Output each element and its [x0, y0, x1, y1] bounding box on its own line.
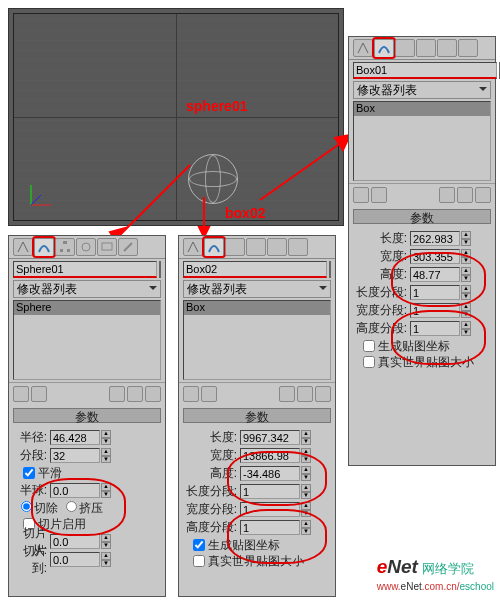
length-input[interactable] [240, 430, 300, 445]
stack-item-sphere[interactable]: Sphere [14, 301, 160, 315]
utilities-tab[interactable] [458, 39, 478, 57]
radius-input[interactable] [50, 430, 100, 445]
modify-tab[interactable] [204, 238, 224, 256]
height-input[interactable] [410, 267, 460, 282]
hierarchy-tab[interactable] [55, 238, 75, 256]
display-tab[interactable] [437, 39, 457, 57]
gen-map-label: 生成贴图坐标 [378, 338, 450, 355]
display-tab[interactable] [97, 238, 117, 256]
modifier-list-dropdown[interactable]: 修改器列表 [183, 280, 331, 298]
modifier-stack[interactable]: Box [183, 300, 331, 380]
remove-modifier-button[interactable] [127, 386, 143, 402]
slice-to-input[interactable] [50, 552, 100, 567]
object-name-input[interactable] [353, 62, 497, 79]
smooth-checkbox[interactable] [23, 467, 35, 479]
lseg-input[interactable] [410, 285, 460, 300]
pin-stack-button[interactable] [183, 386, 199, 402]
width-input[interactable] [240, 448, 300, 463]
show-result-button[interactable] [31, 386, 47, 402]
wseg-input[interactable] [410, 303, 460, 318]
hseg-spinner[interactable]: ▲▼ [301, 520, 311, 535]
segments-spinner[interactable]: ▲▼ [101, 448, 111, 463]
object-name-input[interactable] [13, 261, 157, 278]
hierarchy-tab[interactable] [395, 39, 415, 57]
modifier-stack[interactable]: Box [353, 101, 491, 181]
modifier-stack[interactable]: Sphere [13, 300, 161, 380]
slice-to-label: 切片到: [15, 543, 50, 577]
hemi-spinner[interactable]: ▲▼ [101, 483, 111, 498]
modifier-list-dropdown[interactable]: 修改器列表 [353, 81, 491, 99]
radius-spinner[interactable]: ▲▼ [101, 430, 111, 445]
lseg-input[interactable] [240, 484, 300, 499]
motion-tab[interactable] [76, 238, 96, 256]
squash-radio[interactable] [66, 501, 77, 512]
configure-button[interactable] [145, 386, 161, 402]
stack-item-box[interactable]: Box [184, 301, 330, 315]
modify-tab[interactable] [374, 39, 394, 57]
label-box02: box02 [225, 205, 265, 221]
segments-input[interactable] [50, 448, 100, 463]
hemi-input[interactable] [50, 483, 100, 498]
unique-button[interactable] [279, 386, 295, 402]
gen-map-checkbox[interactable] [363, 340, 375, 352]
show-result-button[interactable] [371, 187, 387, 203]
width-spinner[interactable]: ▲▼ [301, 448, 311, 463]
length-spinner[interactable]: ▲▼ [461, 231, 471, 246]
hierarchy-tab[interactable] [225, 238, 245, 256]
params-header[interactable]: 参数 [353, 209, 491, 224]
modify-panel-box02: 修改器列表 Box 参数 长度:▲▼ 宽度:▲▼ 高度:▲▼ 长度分段:▲▼ 宽… [178, 235, 336, 597]
width-input[interactable] [410, 249, 460, 264]
stack-item-box[interactable]: Box [354, 102, 490, 116]
display-tab[interactable] [267, 238, 287, 256]
params-group: 半径:▲▼ 分段:▲▼ 平滑 半球:▲▼ 切除挤压 切片启用 切片从:▲▼ 切片… [13, 425, 161, 572]
pin-stack-button[interactable] [353, 187, 369, 203]
width-spinner[interactable]: ▲▼ [461, 249, 471, 264]
unique-button[interactable] [439, 187, 455, 203]
motion-tab[interactable] [246, 238, 266, 256]
create-tab[interactable] [353, 39, 373, 57]
wseg-spinner[interactable]: ▲▼ [461, 303, 471, 318]
height-spinner[interactable]: ▲▼ [301, 466, 311, 481]
utilities-tab[interactable] [288, 238, 308, 256]
lseg-spinner[interactable]: ▲▼ [461, 285, 471, 300]
chop-radio[interactable] [21, 501, 32, 512]
modifier-list-label: 修改器列表 [187, 281, 247, 298]
real-world-checkbox[interactable] [363, 356, 375, 368]
pin-stack-button[interactable] [13, 386, 29, 402]
wseg-spinner[interactable]: ▲▼ [301, 502, 311, 517]
utilities-tab[interactable] [118, 238, 138, 256]
viewport[interactable] [8, 8, 344, 226]
stack-tools-row [9, 382, 165, 405]
show-result-button[interactable] [201, 386, 217, 402]
create-tab[interactable] [13, 238, 33, 256]
remove-modifier-button[interactable] [297, 386, 313, 402]
unique-button[interactable] [109, 386, 125, 402]
motion-tab[interactable] [416, 39, 436, 57]
wseg-input[interactable] [240, 502, 300, 517]
remove-modifier-button[interactable] [457, 187, 473, 203]
object-name-input[interactable] [183, 261, 327, 278]
slice-from-spinner[interactable]: ▲▼ [101, 534, 111, 549]
configure-button[interactable] [315, 386, 331, 402]
create-tab[interactable] [183, 238, 203, 256]
height-input[interactable] [240, 466, 300, 481]
slice-from-input[interactable] [50, 534, 100, 549]
params-header[interactable]: 参数 [13, 408, 161, 423]
color-swatch[interactable] [329, 261, 331, 278]
real-world-checkbox[interactable] [193, 555, 205, 567]
color-swatch[interactable] [159, 261, 161, 278]
gen-map-checkbox[interactable] [193, 539, 205, 551]
slice-to-spinner[interactable]: ▲▼ [101, 552, 111, 567]
length-spinner[interactable]: ▲▼ [301, 430, 311, 445]
hseg-input[interactable] [410, 321, 460, 336]
hseg-input[interactable] [240, 520, 300, 535]
hseg-spinner[interactable]: ▲▼ [461, 321, 471, 336]
configure-button[interactable] [475, 187, 491, 203]
lseg-spinner[interactable]: ▲▼ [301, 484, 311, 499]
height-spinner[interactable]: ▲▼ [461, 267, 471, 282]
modifier-list-dropdown[interactable]: 修改器列表 [13, 280, 161, 298]
sphere-wireframe[interactable] [188, 154, 238, 204]
modify-tab[interactable] [34, 238, 54, 256]
params-header[interactable]: 参数 [183, 408, 331, 423]
length-input[interactable] [410, 231, 460, 246]
